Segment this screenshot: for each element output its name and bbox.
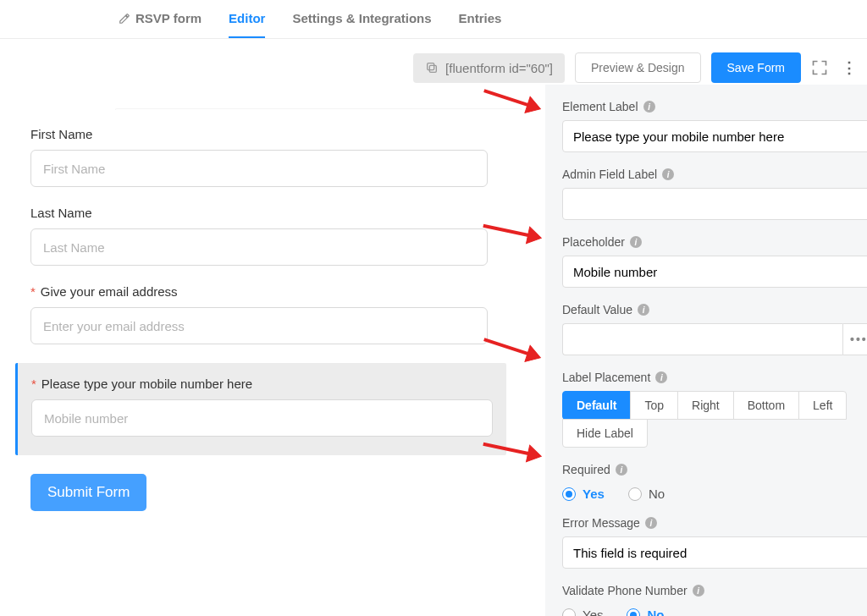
default-value-title: Default Value i [562,303,867,316]
editor-tabs: RSVP form Editor Settings & Integrations… [0,0,867,39]
info-icon[interactable]: i [630,236,642,248]
preview-design-button[interactable]: Preview & Design [575,52,701,83]
tab-settings[interactable]: Settings & Integrations [292,11,431,37]
first-name-label: First Name [30,127,488,141]
required-title: Required i [562,463,867,476]
setting-admin-label: Admin Field Label i [562,168,867,220]
error-message-title: Error Message i [562,516,867,530]
fullscreen-icon[interactable] [811,59,828,76]
info-icon[interactable]: i [616,464,627,476]
validate-no[interactable]: No [627,608,664,616]
radio-icon [562,487,576,501]
tab-entries-label: Entries [459,11,502,25]
label-placement-title: Label Placement i [562,371,867,384]
more-menu-icon[interactable]: ⋮ [838,58,860,77]
default-value-input[interactable] [562,323,842,355]
lp-left[interactable]: Left [798,391,847,420]
required-no[interactable]: No [628,487,665,501]
validate-yes[interactable]: Yes [562,608,603,616]
setting-validate-phone: Validate Phone Number i Yes No [562,584,867,616]
info-icon[interactable]: i [645,517,657,529]
element-label-input[interactable] [562,120,867,152]
first-name-input[interactable] [30,150,488,187]
admin-label-title: Admin Field Label i [562,168,867,181]
svg-rect-1 [428,63,434,70]
copy-icon [425,61,439,74]
radio-icon [628,487,642,501]
last-name-label: Last Name [30,206,488,220]
tab-entries[interactable]: Entries [459,11,502,37]
required-radio-group: Yes No [562,483,867,501]
mobile-label: *Please type your mobile number here [31,377,493,391]
svg-rect-0 [429,65,436,72]
field-first-name[interactable]: First Name [30,127,488,187]
field-settings-panel: Element Label i Admin Field Label i Plac… [545,85,867,616]
form-preview: First Name Last Name *Give your email ad… [0,85,545,616]
label-placement-row2: Hide Label [562,420,867,448]
tab-rsvp-label: RSVP form [135,11,202,25]
info-icon[interactable]: i [662,168,674,180]
card-top-edge [115,108,522,110]
element-label-title: Element Label i [562,100,867,113]
setting-placeholder: Placeholder i [562,235,867,288]
default-value-shortcodes-button[interactable]: ••• [842,323,867,355]
radio-icon [562,608,576,617]
field-email[interactable]: *Give your email address [30,284,488,344]
lp-bottom[interactable]: Bottom [733,391,799,420]
tab-rsvp-form[interactable]: RSVP form [119,11,202,37]
email-label: *Give your email address [30,284,488,299]
setting-default-value: Default Value i ••• [562,303,867,355]
lp-right[interactable]: Right [677,391,734,420]
required-star: * [31,377,36,391]
required-star: * [30,284,36,299]
submit-button[interactable]: Submit Form [30,474,146,511]
validate-phone-radio-group: Yes No [562,604,867,616]
info-icon[interactable]: i [655,371,667,383]
pencil-icon [119,13,130,25]
setting-error-message: Error Message i [562,516,867,569]
lp-default[interactable]: Default [562,391,631,420]
setting-required: Required i Yes No [562,463,867,501]
field-last-name[interactable]: Last Name [30,206,488,266]
setting-element-label: Element Label i [562,100,867,152]
required-yes[interactable]: Yes [562,487,605,501]
info-icon[interactable]: i [693,585,704,597]
save-form-label: Save Form [727,61,785,74]
radio-icon [627,608,640,617]
editor-main: First Name Last Name *Give your email ad… [0,85,867,616]
shortcode-pill[interactable]: [fluentform id="60"] [413,53,565,83]
tab-settings-label: Settings & Integrations [292,11,431,25]
admin-label-input[interactable] [562,188,867,220]
tab-editor-label: Editor [229,11,265,25]
placeholder-title: Placeholder i [562,235,867,249]
editor-toolbar: [fluentform id="60"] Preview & Design Sa… [413,49,860,86]
error-message-input[interactable] [562,536,867,569]
selected-field-mobile[interactable]: *Please type your mobile number here [15,363,506,455]
preview-design-label: Preview & Design [591,61,685,74]
lp-hide[interactable]: Hide Label [562,419,648,448]
lp-top[interactable]: Top [630,391,678,420]
tab-editor[interactable]: Editor [229,11,265,37]
save-form-button[interactable]: Save Form [711,52,801,83]
mobile-input[interactable] [31,399,493,437]
validate-phone-title: Validate Phone Number i [562,584,867,597]
label-placement-row1: Default Top Right Bottom Left [562,391,867,420]
last-name-input[interactable] [30,228,488,266]
info-icon[interactable]: i [643,101,655,113]
shortcode-text: [fluentform id="60"] [445,61,553,75]
info-icon[interactable]: i [638,304,649,316]
submit-button-label: Submit Form [47,484,130,500]
email-input[interactable] [30,307,488,344]
placeholder-input[interactable] [562,256,867,288]
setting-label-placement: Label Placement i Default Top Right Bott… [562,371,867,448]
